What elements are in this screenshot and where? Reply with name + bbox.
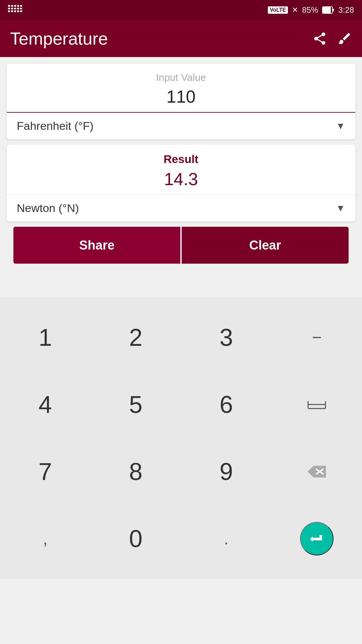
app-header: Temperature bbox=[0, 20, 362, 57]
input-value: 110 bbox=[17, 87, 345, 107]
svg-rect-3 bbox=[308, 405, 325, 409]
key-decimal[interactable]: . bbox=[181, 505, 272, 572]
status-bar-left bbox=[8, 5, 21, 15]
input-unit-selector[interactable]: Fahrenheit (°F) ▼ bbox=[7, 113, 355, 139]
svg-rect-2 bbox=[323, 7, 331, 13]
result-value: 14.3 bbox=[17, 169, 345, 189]
brush-button-header[interactable] bbox=[337, 31, 352, 46]
keyboard-row-1: 1 2 3 − bbox=[0, 304, 362, 371]
key-1[interactable]: 1 bbox=[0, 304, 90, 371]
keyboard-row-3: 7 8 9 bbox=[0, 438, 362, 505]
main-content: Input Value 110 Fahrenheit (°F) ▼ Result… bbox=[0, 57, 362, 270]
page-title: Temperature bbox=[10, 29, 108, 49]
signal-x-icon: ✕ bbox=[292, 6, 298, 14]
status-bar: VoLTE ✕ 85% 3:28 bbox=[0, 0, 362, 20]
key-8[interactable]: 8 bbox=[90, 438, 181, 505]
volte-badge: VoLTE bbox=[268, 6, 288, 14]
time-display: 3:28 bbox=[338, 5, 354, 15]
key-space[interactable] bbox=[272, 371, 362, 438]
keyboard-status-icon bbox=[8, 5, 21, 15]
key-0[interactable]: 0 bbox=[90, 505, 181, 572]
status-bar-right: VoLTE ✕ 85% 3:28 bbox=[268, 5, 354, 15]
action-buttons: Share Clear bbox=[13, 227, 349, 264]
result-unit-label: Newton (°N) bbox=[17, 202, 79, 215]
key-enter-wrapper bbox=[272, 505, 362, 572]
key-5[interactable]: 5 bbox=[90, 371, 181, 438]
input-value-wrapper: 110 bbox=[7, 87, 355, 113]
svg-rect-1 bbox=[333, 9, 334, 11]
keyboard-row-2: 4 5 6 bbox=[0, 371, 362, 438]
battery-icon bbox=[322, 6, 334, 14]
key-backspace[interactable] bbox=[272, 438, 362, 505]
key-9[interactable]: 9 bbox=[181, 438, 272, 505]
numeric-keyboard: 1 2 3 − 4 5 6 7 8 9 , 0 bbox=[0, 297, 362, 579]
key-2[interactable]: 2 bbox=[90, 304, 181, 371]
battery-level: 85% bbox=[302, 5, 318, 15]
input-unit-label: Fahrenheit (°F) bbox=[17, 119, 94, 132]
keyboard-spacer bbox=[0, 270, 362, 297]
header-actions bbox=[312, 31, 352, 46]
input-unit-dropdown-arrow: ▼ bbox=[336, 121, 345, 131]
result-value-wrapper: 14.3 bbox=[7, 169, 355, 195]
input-label: Input Value bbox=[7, 64, 355, 87]
key-minus[interactable]: − bbox=[272, 304, 362, 371]
key-6[interactable]: 6 bbox=[181, 371, 272, 438]
share-button-header[interactable] bbox=[312, 31, 327, 46]
result-unit-selector[interactable]: Newton (°N) ▼ bbox=[7, 195, 355, 221]
key-4[interactable]: 4 bbox=[0, 371, 90, 438]
key-enter[interactable] bbox=[300, 522, 334, 555]
key-comma[interactable]: , bbox=[0, 505, 90, 572]
result-unit-dropdown-arrow: ▼ bbox=[336, 203, 345, 214]
key-3[interactable]: 3 bbox=[181, 304, 272, 371]
clear-button[interactable]: Clear bbox=[182, 227, 349, 264]
result-card: Result 14.3 Newton (°N) ▼ bbox=[7, 145, 355, 221]
keyboard-row-4: , 0 . bbox=[0, 505, 362, 572]
input-card: Input Value 110 Fahrenheit (°F) ▼ bbox=[7, 64, 355, 139]
share-button[interactable]: Share bbox=[13, 227, 180, 264]
key-7[interactable]: 7 bbox=[0, 438, 90, 505]
result-label: Result bbox=[7, 145, 355, 169]
